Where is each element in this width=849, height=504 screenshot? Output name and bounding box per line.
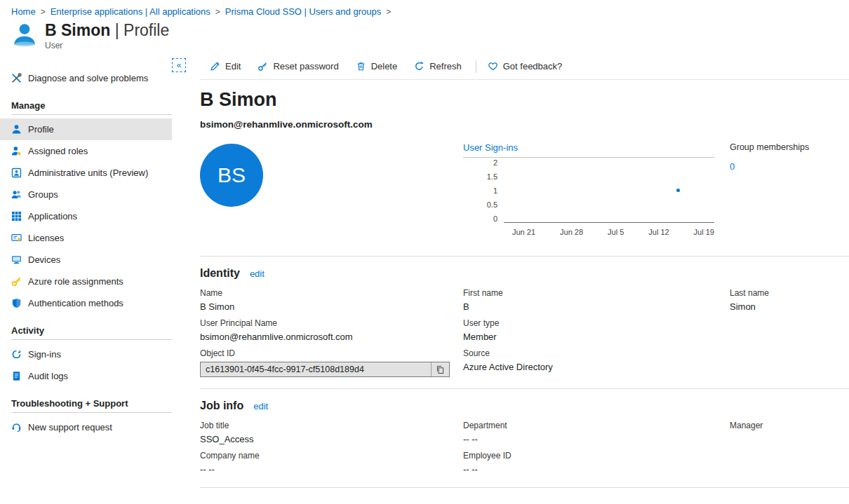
breadcrumb: Home>Enterprise applications | All appli… xyxy=(0,0,849,18)
feedback-button-label: Got feedback? xyxy=(503,61,563,71)
pencil-icon xyxy=(210,61,220,71)
sidebar-item-devices[interactable]: Devices xyxy=(0,249,172,271)
identity-section: Identity edit Name B Simon First name B … xyxy=(200,267,849,377)
field-user-principal-name: User Principal Name bsimon@rehanmlive.on… xyxy=(200,318,463,342)
signins-y-tick: 1.5 xyxy=(487,173,497,181)
user-principal-name-heading: bsimon@rehanmlive.onmicrosoft.com xyxy=(200,119,849,130)
identity-edit-link[interactable]: edit xyxy=(250,268,265,279)
chart-y-axis: 2 1.5 1 0.5 0 xyxy=(463,158,504,223)
sidebar-section-divider xyxy=(11,114,172,115)
sidebar-item-label: Authentication methods xyxy=(28,298,123,308)
field-user-type: User type Member xyxy=(463,318,730,342)
breadcrumb-separator: > xyxy=(215,7,220,17)
field-label: Last name xyxy=(730,288,849,298)
signins-x-tick: Jun 21 xyxy=(512,228,535,236)
signins-plot xyxy=(504,158,714,223)
field-value: -- -- xyxy=(463,434,730,444)
sidebar-item-label: Sign-ins xyxy=(28,349,61,360)
group-memberships-count-link[interactable]: 0 xyxy=(730,161,735,172)
job-info-section: Job info edit Job title SSO_Access Depar… xyxy=(200,400,849,475)
signins-y-tick: 2 xyxy=(493,159,497,167)
field-value: -- -- xyxy=(463,464,730,475)
refresh-button[interactable]: Refresh xyxy=(414,61,462,71)
page-title-name: B Simon xyxy=(45,21,110,39)
sidebar-item-label: Groups xyxy=(28,189,58,200)
field-label: Employee ID xyxy=(463,451,730,461)
reset-password-button[interactable]: Reset password xyxy=(258,61,338,71)
sidebar-section-troubleshooting-support: Troubleshooting + Support xyxy=(11,398,161,409)
sidebar-item-new-support-request[interactable]: New support request xyxy=(0,416,172,438)
sidebar-item-diagnose-and-solve-problems[interactable]: Diagnose and solve problems xyxy=(0,67,172,89)
page-title: B Simon | Profile xyxy=(45,21,169,40)
field-company-name: Company name -- -- xyxy=(200,451,463,475)
field-manager: Manager xyxy=(730,421,849,444)
field-label: Department xyxy=(463,421,730,430)
azure-user-profile-page: Home>Enterprise applications | All appli… xyxy=(0,0,849,496)
section-divider xyxy=(200,388,849,389)
breadcrumb-link-home[interactable]: Home xyxy=(11,6,36,17)
sidebar-item-label: Assigned roles xyxy=(28,146,88,156)
sidebar-item-applications[interactable]: Applications xyxy=(0,205,172,227)
refresh-button-label: Refresh xyxy=(429,61,462,71)
job-info-edit-link[interactable]: edit xyxy=(253,401,268,411)
sidebar-item-label: Audit logs xyxy=(28,371,68,381)
user-sign-ins-link[interactable]: User Sign-ins xyxy=(463,142,518,153)
sidebar-collapse-button[interactable]: « xyxy=(172,58,186,72)
sidebar-item-label: Licenses xyxy=(28,233,64,243)
monitor-icon xyxy=(11,254,22,265)
signins-x-tick: Jul 12 xyxy=(648,228,669,236)
trash-icon xyxy=(356,61,366,71)
document-icon xyxy=(11,371,22,381)
sidebar-item-profile[interactable]: Profile xyxy=(0,118,172,140)
diagnose-icon xyxy=(11,73,22,83)
sidebar-item-licenses[interactable]: Licenses xyxy=(0,227,172,249)
page-subtitle: User xyxy=(45,41,169,50)
field-label: First name xyxy=(463,288,730,298)
sidebar-item-label: Diagnose and solve problems xyxy=(28,73,148,83)
sidebar-section-activity: Activity xyxy=(11,325,161,336)
field-label: Job title xyxy=(200,421,463,430)
field-value: B Simon xyxy=(200,301,463,312)
copy-object-id-button[interactable] xyxy=(431,362,449,376)
sidebar-item-groups[interactable]: Groups xyxy=(0,184,172,205)
source-azure-ad-link[interactable]: Azure Active Directory xyxy=(463,362,553,372)
field-label: User Principal Name xyxy=(200,318,463,328)
toolbar-divider xyxy=(476,60,476,73)
edit-button[interactable]: Edit xyxy=(210,61,241,71)
breadcrumb-link-enterprise-applications[interactable]: Enterprise applications | All applicatio… xyxy=(51,6,210,17)
sidebar-item-administrative-units[interactable]: Administrative units (Preview) xyxy=(0,162,172,184)
field-department: Department -- -- xyxy=(463,421,730,444)
refresh-icon xyxy=(414,61,424,71)
field-label: Manager xyxy=(730,421,849,430)
sidebar-item-label: Profile xyxy=(28,124,54,135)
breadcrumb-link-prisma-cloud-sso[interactable]: Prisma Cloud SSO | Users and groups xyxy=(225,6,381,17)
delete-button-label: Delete xyxy=(371,61,398,71)
sign-in-icon xyxy=(11,349,22,360)
sidebar-item-authentication-methods[interactable]: Authentication methods xyxy=(0,292,172,314)
sidebar-item-azure-role-assignments[interactable]: Azure role assignments xyxy=(0,271,172,292)
field-value: Member xyxy=(463,332,730,342)
license-icon xyxy=(11,233,22,243)
sidebar-item-sign-ins[interactable]: Sign-ins xyxy=(0,343,172,365)
field-employee-id: Employee ID -- -- xyxy=(463,451,730,475)
signins-y-tick: 0 xyxy=(493,215,497,223)
key-icon xyxy=(258,61,268,71)
field-label: Company name xyxy=(200,451,463,461)
sidebar-item-audit-logs[interactable]: Audit logs xyxy=(0,365,172,387)
sidebar-item-label: Administrative units (Preview) xyxy=(28,168,148,178)
shield-icon xyxy=(11,298,22,308)
sidebar-item-assigned-roles[interactable]: Assigned roles xyxy=(0,140,172,162)
sidebar-item-label: New support request xyxy=(28,422,112,433)
signins-y-tick: 1 xyxy=(493,187,497,195)
field-last-name: Last name Simon xyxy=(730,288,849,312)
object-id-readonly-input[interactable]: c1613901-0f45-4fcc-9917-cf5108d189d4 xyxy=(200,362,450,377)
field-job-title: Job title SSO_Access xyxy=(200,421,463,444)
field-value: bsimon@rehanmlive.onmicrosoft.com xyxy=(200,332,463,342)
job-info-section-title: Job info xyxy=(200,400,243,412)
chart-body: 2 1.5 1 0.5 0 xyxy=(463,157,714,223)
field-source: Source Azure Active Directory xyxy=(463,348,730,377)
section-divider xyxy=(200,256,849,257)
delete-button[interactable]: Delete xyxy=(356,61,398,71)
reset-password-button-label: Reset password xyxy=(273,61,338,71)
feedback-button[interactable]: Got feedback? xyxy=(488,61,563,71)
